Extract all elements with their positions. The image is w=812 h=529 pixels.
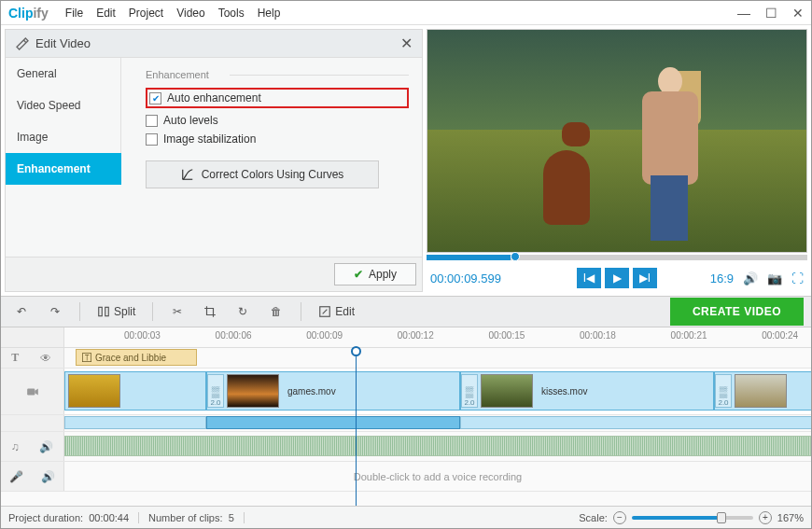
panel-title: Edit Video [35,36,91,50]
ruler-tick: 00:00:18 [580,330,616,341]
ruler-tick: 00:00:24 [762,330,798,341]
crop-icon [203,305,217,318]
menu-edit[interactable]: Edit [96,7,116,20]
volume-icon[interactable]: 🔊 [743,271,758,285]
video-clip[interactable] [64,371,206,411]
ruler-tick: 00:00:15 [488,330,525,341]
menu-file[interactable]: File [65,7,83,20]
visibility-toggle-icon[interactable]: 👁 [40,352,53,365]
preview-progress[interactable] [427,255,807,260]
statusbar: Project duration: 00:00:44 Number of cli… [1,506,811,528]
clip-label: games.mov [287,386,336,397]
ruler-tick: 00:00:21 [671,330,707,341]
svg-rect-1 [105,307,109,315]
clip-thumbnail [227,374,279,408]
snapshot-icon[interactable]: 📷 [767,271,782,285]
redo-button[interactable]: ↷ [42,300,68,323]
menu-video[interactable]: Video [176,7,204,20]
video-track[interactable]: 2.0games.mov2.0kisses.mov2.0 [64,369,811,414]
window-minimize-icon[interactable]: — [737,6,750,21]
svg-rect-0 [99,307,103,315]
cut-button[interactable]: ✂ [164,300,190,323]
rotate-icon: ↻ [235,304,250,319]
panel-close-icon[interactable]: ✕ [400,35,413,52]
timeline-toolbar: ↶ ↷ Split ✂ ↻ 🗑 Edit CREATE VIDEO [1,296,811,327]
clip-thumbnail [68,374,120,408]
tab-image[interactable]: Image [6,121,121,153]
video-clip[interactable]: 2.0kisses.mov [460,371,714,411]
transition-icon[interactable]: 2.0 [461,374,478,408]
image-stabilization-label: Image stabilization [163,132,256,146]
text-clip-icon: 🅃 [82,353,91,363]
correct-colors-curves-button[interactable]: Correct Colors Using Curves [146,160,379,188]
play-button[interactable]: ▶ [605,268,629,288]
undo-button[interactable]: ↶ [8,300,35,323]
audio-track-icon: ♫ [11,440,20,453]
scissors-icon: ✂ [170,304,185,319]
video-track-icon [26,385,39,398]
menu-tools[interactable]: Tools [218,7,245,20]
menu-help[interactable]: Help [258,7,281,20]
check-icon: ✔ [354,268,363,281]
ruler-tick: 00:00:12 [398,330,434,341]
create-video-button[interactable]: CREATE VIDEO [670,298,804,326]
timeline: 00:00:0300:00:0600:00:0900:00:1200:00:15… [1,327,811,506]
zoom-slider[interactable] [632,516,753,520]
auto-levels-checkbox[interactable] [146,115,158,127]
apply-button[interactable]: ✔ Apply [334,263,416,285]
menubar: Clipify FileEditProjectVideoToolsHelp — … [1,1,811,25]
video-preview[interactable] [427,29,807,253]
image-stabilization-checkbox[interactable] [146,133,158,146]
transition-icon[interactable]: 2.0 [207,374,224,408]
scale-label: Scale: [579,512,608,523]
preview-panel: 00:00:09.599 I◀ ▶ ▶I 16:9 🔊 📷 ⛶ [427,29,807,292]
fieldset-label: Enhancement [146,69,409,80]
clips-value: 5 [229,512,234,523]
audio-track[interactable] [64,432,811,461]
transition-icon[interactable]: 2.0 [715,374,732,408]
aspect-ratio[interactable]: 16:9 [710,271,734,285]
playhead[interactable] [356,348,357,506]
mute-toggle-icon[interactable]: 🔊 [39,440,53,453]
clip-label: kisses.mov [541,386,587,397]
clip-thumbnail [735,374,787,408]
split-button[interactable]: Split [91,301,141,322]
edit-icon [15,36,30,51]
duration-label: Project duration: [8,512,83,523]
edit-button[interactable]: Edit [313,301,360,322]
delete-button[interactable]: 🗑 [263,300,289,323]
ruler-tick: 00:00:03 [124,330,161,341]
curves-icon [181,168,194,181]
svg-rect-3 [27,388,35,395]
voice-hint: Double-click to add a voice recording [64,462,811,491]
crop-button[interactable] [198,301,222,322]
menu-project[interactable]: Project [129,7,163,20]
mute-toggle-icon[interactable]: 🔊 [41,470,55,483]
video-clip[interactable]: 2.0 [714,371,811,411]
video-clip[interactable]: 2.0games.mov [206,371,460,411]
next-frame-button[interactable]: ▶I [633,268,657,288]
tab-enhancement[interactable]: Enhancement [6,153,121,185]
clip-range-bar[interactable] [206,416,460,429]
voice-track[interactable]: Double-click to add a voice recording [64,462,811,491]
zoom-out-button[interactable]: − [613,511,626,524]
zoom-in-button[interactable]: + [759,511,772,524]
clip-range-bar[interactable] [64,416,206,429]
prev-frame-button[interactable]: I◀ [577,268,601,288]
rotate-button[interactable]: ↻ [230,300,256,323]
window-maximize-icon[interactable]: ☐ [765,6,777,21]
auto-enhancement-checkbox[interactable]: ✔ [149,92,161,104]
clip-thumbnail [481,374,533,408]
clip-range-bar[interactable] [460,416,811,429]
tab-video-speed[interactable]: Video Speed [6,90,121,121]
text-track-icon: T [11,351,19,365]
window-close-icon[interactable]: ✕ [792,6,804,21]
text-clip[interactable]: 🅃 Grace and Libbie [76,349,197,366]
fullscreen-icon[interactable]: ⛶ [791,271,804,285]
trash-icon: 🗑 [269,304,284,319]
pencil-square-icon [318,305,331,318]
tab-general[interactable]: General [6,58,121,90]
app-logo: Clipify [8,6,49,21]
time-ruler[interactable]: 00:00:0300:00:0600:00:0900:00:1200:00:15… [64,327,811,347]
mic-track-icon: 🎤 [9,470,23,483]
